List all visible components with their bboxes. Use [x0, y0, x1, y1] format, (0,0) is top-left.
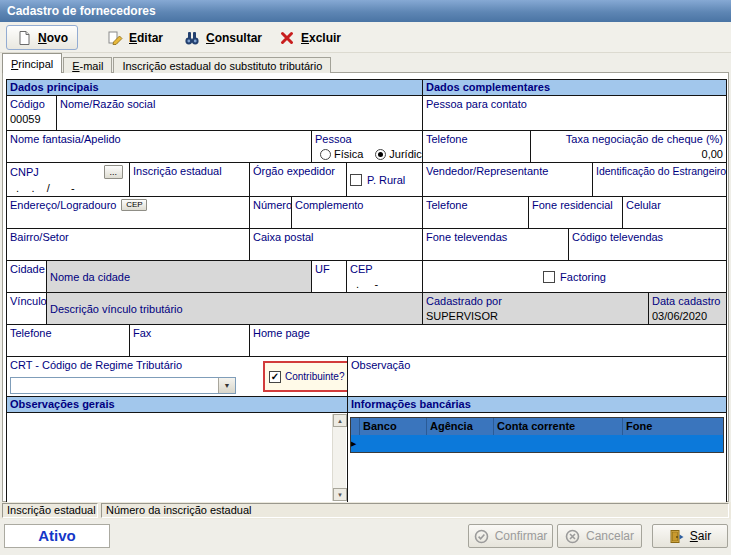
radio-selected-icon — [375, 149, 386, 160]
cancel-circle-icon — [565, 529, 580, 544]
checkbox-unchecked-icon — [543, 271, 555, 283]
endereco-field[interactable]: Endereço/Logradouro CEP — [7, 197, 250, 228]
celular-field[interactable]: Celular — [623, 197, 726, 228]
radio-juridica[interactable]: Jurídica — [375, 148, 423, 160]
status-ativo: Ativo — [4, 524, 110, 548]
orgao-expedidor-field[interactable]: Órgão expedidor — [250, 163, 347, 196]
nome-fantasia-field[interactable]: Nome fantasia/Apelido — [7, 131, 312, 162]
cep-mask: . - — [350, 278, 419, 290]
fone-televendas-label: Fone televendas — [426, 231, 565, 243]
pessoa-contato-field[interactable]: Pessoa para contato — [423, 96, 726, 130]
grid-selected-row[interactable]: ▶ — [351, 435, 723, 452]
codigo-televendas-field[interactable]: Código televendas — [569, 229, 726, 260]
telefone-complementar-field[interactable]: Telefone — [423, 131, 531, 162]
row-indicator-icon: ▶ — [351, 435, 360, 452]
cnpj-mask: . . / - — [10, 182, 126, 194]
scroll-up-button[interactable]: ▲ — [333, 414, 347, 427]
grid-header-row: Banco Agência Conta corrente Fone — [351, 418, 723, 435]
confirm-circle-icon — [474, 529, 489, 544]
telefone-field[interactable]: Telefone — [7, 325, 130, 356]
observacoes-gerais-textarea[interactable]: ▲ ▼ — [7, 413, 348, 502]
radio-unselected-icon — [320, 149, 331, 160]
caixa-postal-field[interactable]: Caixa postal — [250, 229, 423, 260]
grid-col-banco[interactable]: Banco — [360, 418, 427, 435]
cidade-label-cell: Cidade — [7, 261, 47, 292]
bancarias-grid[interactable]: Banco Agência Conta corrente Fone ▶ — [350, 417, 724, 453]
grid-indicator-header — [351, 418, 360, 435]
p-rural-checkbox[interactable]: P. Rural — [350, 174, 405, 186]
caixa-postal-label: Caixa postal — [253, 231, 419, 243]
consultar-button[interactable]: Consultar — [175, 25, 271, 50]
confirmar-button[interactable]: Confirmar — [468, 524, 553, 548]
taxa-cheque-field[interactable]: Taxa negociação de cheque (%) 0,00 — [531, 131, 726, 162]
cancelar-button[interactable]: Cancelar — [557, 524, 642, 548]
cep-lookup-button[interactable]: CEP — [121, 199, 147, 211]
identificacao-estrangeiro-field[interactable]: Identificação do Estrangeiro — [593, 163, 726, 196]
fone-residencial-field[interactable]: Fone residencial — [529, 197, 623, 228]
vinculo-label-cell: Vínculo — [7, 293, 47, 324]
fone-televendas-field[interactable]: Fone televendas — [423, 229, 569, 260]
status-bar: Inscrição estadual Número da inscrição e… — [0, 502, 731, 519]
scroll-down-button[interactable]: ▼ — [333, 488, 347, 501]
data-cadastro-field: Data cadastro 03/06/2020 — [649, 293, 726, 324]
edit-pencil-icon — [107, 30, 123, 46]
inscricao-estadual-field[interactable]: Inscrição estadual — [130, 163, 250, 196]
fone-residencial-label: Fone residencial — [532, 199, 619, 211]
grid-col-agencia[interactable]: Agência — [427, 418, 494, 435]
grid-col-conta-corrente[interactable]: Conta corrente — [494, 418, 623, 435]
title-bar[interactable]: Cadastro de fornecedores — [0, 0, 731, 22]
statusbar-panel-right: Número da inscrição estadual — [101, 503, 729, 518]
tab-bar: Principal E-mail Inscrição estadual do s… — [2, 53, 332, 73]
fax-field[interactable]: Fax — [130, 325, 250, 356]
observacao-field[interactable]: Observação — [348, 357, 726, 396]
numero-field[interactable]: Número — [250, 197, 292, 228]
taxa-cheque-value: 0,00 — [534, 148, 723, 160]
bairro-field[interactable]: Bairro/Setor — [7, 229, 250, 260]
identificacao-estrangeiro-label: Identificação do Estrangeiro — [596, 165, 723, 177]
vendedor-field[interactable]: Vendedor/Representante — [423, 163, 593, 196]
razao-social-field[interactable]: Nome/Razão social — [57, 96, 423, 130]
textarea-scrollbar[interactable]: ▲ ▼ — [332, 414, 346, 501]
sair-label: Sair — [690, 529, 711, 543]
pessoa-type-group: Pessoa Física Jurídica — [312, 131, 423, 162]
bairro-label: Bairro/Setor — [10, 231, 246, 243]
cep-field[interactable]: CEP . - — [347, 261, 423, 292]
editar-button[interactable]: Editar — [98, 25, 172, 50]
cancelar-label: Cancelar — [586, 529, 634, 543]
radio-fisica[interactable]: Física — [320, 148, 363, 160]
grid-col-fone[interactable]: Fone — [623, 418, 723, 435]
contribuinte-highlight-box: ✓ Contribuinte? — [263, 361, 348, 392]
telefone-comercial-field[interactable]: Telefone — [423, 197, 529, 228]
combo-dropdown-button[interactable]: ▼ — [218, 378, 235, 393]
cnpj-browse-button[interactable]: ... — [104, 165, 123, 179]
crt-combobox[interactable]: ▼ — [10, 377, 236, 394]
checkbox-unchecked-icon — [350, 174, 362, 186]
factoring-cell: Factoring — [423, 261, 726, 292]
cnpj-field[interactable]: CNPJ ... . . / - — [7, 163, 130, 196]
tab-principal[interactable]: Principal — [2, 53, 62, 73]
telefone-label: Telefone — [10, 327, 126, 339]
codigo-field[interactable]: Código 00059 — [7, 96, 57, 130]
sair-button[interactable]: Sair — [652, 524, 728, 548]
contribuinte-checkbox[interactable]: ✓ — [269, 371, 281, 383]
novo-label: Novo — [38, 31, 68, 45]
tab-substituto-tributario[interactable]: Inscrição estadual do substituto tributá… — [113, 57, 331, 73]
cnpj-label: CNPJ — [10, 166, 39, 178]
observacao-label: Observação — [351, 359, 723, 371]
taxa-cheque-label: Taxa negociação de cheque (%) — [534, 133, 723, 145]
factoring-checkbox[interactable]: Factoring — [543, 271, 606, 283]
crt-cell: CRT - Código de Regime Tributário ▼ ✓ Co… — [7, 357, 348, 396]
section-header-dados-complementares: Dados complementares — [423, 80, 726, 95]
complemento-field[interactable]: Complemento — [292, 197, 423, 228]
excluir-button[interactable]: Excluir — [270, 25, 350, 50]
pessoa-contato-label: Pessoa para contato — [426, 98, 723, 110]
tab-email[interactable]: E-mail — [63, 57, 112, 73]
consultar-label: Consultar — [206, 31, 262, 45]
uf-field[interactable]: UF — [312, 261, 347, 292]
novo-button[interactable]: Novo — [6, 25, 78, 50]
supplier-registration-window: Cadastro de fornecedores Novo Editar Con… — [0, 0, 731, 555]
data-cadastro-value: 03/06/2020 — [652, 310, 723, 322]
homepage-field[interactable]: Home page — [250, 325, 726, 356]
uf-label: UF — [315, 263, 343, 275]
fax-label: Fax — [133, 327, 246, 339]
